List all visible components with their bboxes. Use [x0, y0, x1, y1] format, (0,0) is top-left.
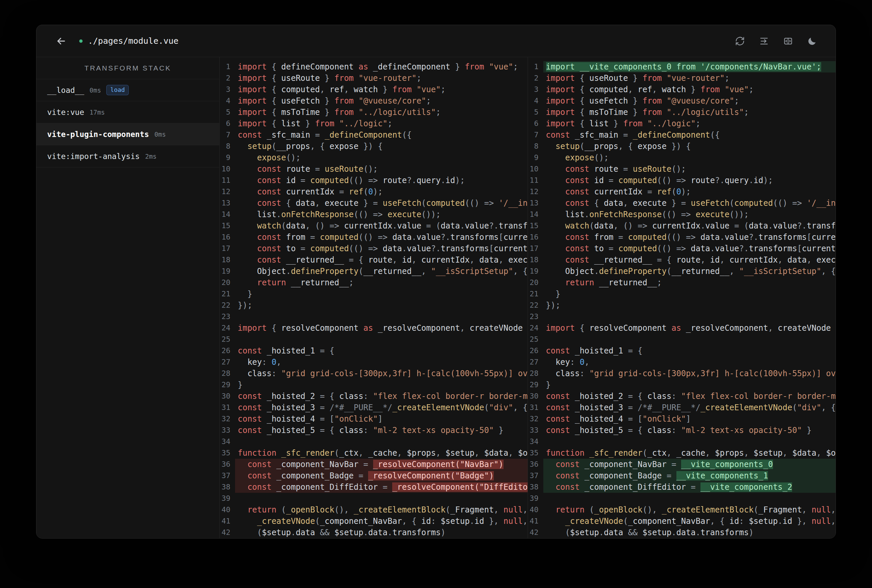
code-token: . [701, 221, 705, 231]
code-token: _resolveComponent [392, 482, 474, 492]
line-number: 16 [528, 231, 543, 243]
code-content: const id = computed(() => route?.query.i… [543, 175, 836, 186]
code-token: ; [725, 74, 729, 83]
code-token: , [816, 448, 826, 458]
code-token: computed [281, 85, 320, 94]
transform-stack-item[interactable]: __load__0msload [36, 79, 220, 101]
code-token: ()); [421, 210, 441, 219]
code-content: } [235, 379, 528, 390]
code-content: const _component_DiffEditor = _resolveCo… [235, 482, 528, 493]
code-token: useFetch [691, 198, 729, 208]
main-area: TRANSFORM STACK __load__0msloadvite:vue1… [36, 57, 836, 538]
code-token: useFetch [589, 96, 628, 106]
code-token: data [691, 244, 710, 253]
code-token: = [ [320, 414, 334, 424]
code-token: } [450, 62, 465, 72]
code-token: "vue" [412, 85, 441, 94]
code-token: const [238, 346, 262, 356]
transform-stack-item[interactable]: vite:vue17ms [36, 101, 220, 123]
code-token: as [831, 323, 836, 333]
code-token [238, 210, 257, 219]
code-token: } [320, 96, 334, 106]
line-number: 15 [220, 220, 235, 231]
transform-stack-item[interactable]: vite-plugin-components0ms [36, 123, 220, 146]
line-number: 22 [528, 300, 543, 311]
refresh-icon[interactable] [732, 33, 748, 49]
code-token: (); [286, 153, 301, 162]
transform-stack-item[interactable]: vite:import-analysis2ms [36, 146, 220, 167]
code-token: _sfc_main [262, 130, 315, 140]
code-token: = { [320, 392, 339, 401]
code-token: ( [729, 198, 734, 208]
line-number: 16 [220, 231, 235, 243]
code-content: } [543, 379, 836, 390]
back-button[interactable] [53, 33, 69, 49]
code-token: . [749, 176, 753, 185]
code-token: const [238, 414, 262, 424]
line-number: 17 [528, 243, 543, 254]
code-content: const __returned__ = { route, id, curren… [235, 254, 528, 266]
code-token: onFetchResponse [281, 210, 354, 219]
code-token: class [339, 392, 363, 401]
code-token: currentIdx [344, 221, 392, 231]
code-token: _hoisted_3 [262, 403, 320, 412]
line-number: 35 [528, 447, 543, 459]
code-line: 28 class: "grid grid-cols-[300px,3fr] h-… [220, 368, 528, 379]
code-token: "grid grid-cols-[300px,3fr] h-[calc(100v… [281, 369, 527, 378]
code-content: const _component_Badge = __vite_componen… [543, 470, 836, 482]
code-token: "flex flex-col border-r border-main" [681, 392, 836, 401]
code-token: "ml-2 text-xs opacity-50" [373, 426, 494, 435]
code-token: __returned__ [281, 255, 349, 265]
transform-stack-sidebar: TRANSFORM STACK __load__0msloadvite:vue1… [36, 57, 220, 538]
diff-pane-before[interactable]: 1import { defineComponent as _defineComp… [220, 57, 528, 538]
code-token: ( [546, 528, 570, 537]
diff-pane-after[interactable]: 1import __vite_components_0 from '/compo… [528, 57, 836, 538]
code-token: from [334, 74, 354, 83]
code-token: import [546, 323, 575, 333]
code-token [238, 187, 257, 196]
code-token: , [802, 505, 812, 514]
code-token: } [802, 426, 812, 435]
code-token: . [585, 210, 589, 219]
code-token: } [628, 96, 642, 106]
code-token: __props [277, 142, 310, 151]
code-token: } [301, 119, 315, 128]
code-token: ) [489, 471, 493, 480]
line-number: 39 [220, 493, 235, 504]
diff-toggle-icon[interactable] [780, 33, 796, 49]
code-token: const [238, 403, 262, 412]
code-token: $setup [334, 528, 364, 537]
line-number: 42 [220, 527, 235, 538]
code-token: (() => [662, 210, 695, 219]
code-token [546, 221, 565, 231]
code-token: ); [373, 187, 383, 196]
code-token: 0 [272, 357, 276, 367]
line-number: 37 [528, 470, 543, 482]
code-token [546, 255, 565, 265]
code-token: } [686, 85, 701, 94]
line-number: 9 [220, 152, 235, 164]
one-column-icon[interactable] [756, 33, 772, 49]
code-content: const _hoisted_4 = ["onClick"] [235, 413, 528, 424]
code-token: currentIdx [729, 255, 778, 265]
code-line: 7const _sfc_main = _defineComponent({ [528, 129, 836, 141]
code-token: = ( [421, 221, 441, 231]
line-number: 41 [220, 516, 235, 527]
code-token: . [470, 516, 474, 526]
code-token: , { [710, 516, 729, 526]
code-token: } = [667, 198, 691, 208]
code-token: from [281, 232, 310, 242]
code-token: . [599, 528, 603, 537]
code-content: expose(); [235, 152, 528, 164]
code-token: as [358, 323, 378, 333]
line-number: 6 [528, 118, 543, 129]
code-token: } [628, 108, 642, 117]
code-token: , [460, 323, 470, 333]
code-token: = [320, 403, 330, 412]
code-content: Object.defineProperty(__returned__, "__i… [543, 266, 836, 277]
dark-mode-icon[interactable] [804, 33, 820, 49]
code-token: : [739, 516, 749, 526]
code-token: execute [633, 198, 667, 208]
code-token: ( [585, 505, 594, 514]
line-number: 36 [220, 459, 235, 470]
